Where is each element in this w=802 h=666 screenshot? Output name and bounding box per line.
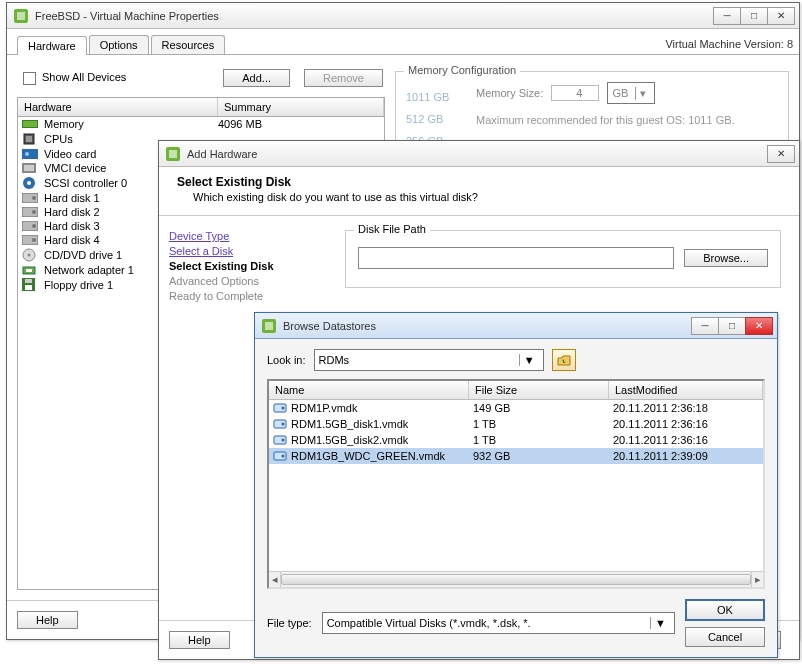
svg-rect-3 <box>23 121 37 127</box>
memory-size-input[interactable]: 4 <box>551 85 599 101</box>
memory-unit-combo[interactable]: GB▾ <box>607 82 655 104</box>
scroll-thumb[interactable] <box>281 574 751 585</box>
svg-point-11 <box>27 181 31 185</box>
svg-point-19 <box>32 238 36 242</box>
disk-icon <box>22 235 42 245</box>
wizard-step: Ready to Complete <box>169 290 317 302</box>
close-button[interactable]: ✕ <box>767 145 795 163</box>
svg-rect-26 <box>25 285 32 290</box>
memory-legend: Memory Configuration <box>404 64 520 76</box>
net-icon <box>22 264 42 276</box>
titlebar[interactable]: Add Hardware ✕ <box>159 141 799 167</box>
tab-options[interactable]: Options <box>89 35 149 54</box>
path-legend: Disk File Path <box>354 223 430 235</box>
titlebar[interactable]: Browse Datastores ─ □ ✕ <box>255 313 777 339</box>
close-button[interactable]: ✕ <box>745 317 773 335</box>
mem-scale-tick: 1011 GB <box>406 86 449 108</box>
ok-button[interactable]: OK <box>685 599 765 621</box>
cancel-button[interactable]: Cancel <box>685 627 765 647</box>
maximize-button[interactable]: □ <box>740 7 768 25</box>
lookin-label: Look in: <box>267 354 306 366</box>
show-all-label: Show All Devices <box>42 71 126 83</box>
memory-size-label: Memory Size: <box>476 87 543 99</box>
col-hardware[interactable]: Hardware <box>18 98 218 116</box>
window-title: Add Hardware <box>187 148 768 160</box>
scsi-icon <box>22 176 42 190</box>
vmdk-file-icon <box>273 434 291 446</box>
filetype-combo[interactable]: Compatible Virtual Disks (*.vmdk, *.dsk,… <box>322 612 675 634</box>
col-name[interactable]: Name <box>269 381 469 399</box>
titlebar[interactable]: FreeBSD - Virtual Machine Properties ─ □… <box>7 3 799 29</box>
tab-strip: Hardware Options Resources Virtual Machi… <box>7 29 799 55</box>
vsphere-icon <box>13 8 29 24</box>
svg-rect-28 <box>169 150 177 158</box>
svg-rect-1 <box>17 12 25 20</box>
col-modified[interactable]: LastModified <box>609 381 763 399</box>
svg-point-21 <box>28 254 31 257</box>
vid-icon <box>22 148 42 160</box>
mem-scale-tick: 512 GB <box>406 108 449 130</box>
tab-hardware[interactable]: Hardware <box>17 36 87 55</box>
svg-rect-30 <box>265 322 273 330</box>
col-size[interactable]: File Size <box>469 381 609 399</box>
disk-icon <box>22 207 42 217</box>
show-all-devices-checkbox[interactable]: Show All Devices <box>23 71 126 85</box>
file-modified: 20.11.2011 2:36:16 <box>613 434 759 446</box>
file-modified: 20.11.2011 2:36:18 <box>613 402 759 414</box>
hw-name: Memory <box>42 118 218 130</box>
svg-point-38 <box>282 455 285 458</box>
disk-file-path-group: Disk File Path Browse... <box>345 230 781 288</box>
col-summary[interactable]: Summary <box>218 98 384 116</box>
wizard-step[interactable]: Device Type <box>169 230 317 242</box>
svg-rect-9 <box>24 165 34 171</box>
svg-point-13 <box>32 196 36 200</box>
file-row[interactable]: RDM1.5GB_disk1.vmdk1 TB20.11.2011 2:36:1… <box>269 416 763 432</box>
file-row[interactable]: RDM1P.vmdk149 GB20.11.2011 2:36:18 <box>269 400 763 416</box>
lookin-value: RDMs <box>319 354 350 366</box>
horizontal-scrollbar[interactable]: ◂ ▸ <box>269 571 763 587</box>
folder-up-button[interactable] <box>552 349 576 371</box>
folder-up-icon <box>557 354 571 366</box>
scroll-right-icon[interactable]: ▸ <box>751 572 763 587</box>
file-row[interactable]: RDM1GB_WDC_GREEN.vmdk932 GB20.11.2011 2:… <box>269 448 763 464</box>
file-row[interactable]: RDM1.5GB_disk2.vmdk1 TB20.11.2011 2:36:1… <box>269 432 763 448</box>
wizard-step[interactable]: Select a Disk <box>169 245 317 257</box>
tab-resources[interactable]: Resources <box>151 35 226 54</box>
wizard-step: Advanced Options <box>169 275 317 287</box>
scroll-left-icon[interactable]: ◂ <box>269 572 281 587</box>
vmdk-file-icon <box>273 402 291 414</box>
vsphere-icon <box>261 318 277 334</box>
minimize-button[interactable]: ─ <box>691 317 719 335</box>
wizard-heading: Select Existing Disk <box>177 175 781 189</box>
svg-point-17 <box>32 224 36 228</box>
disk-icon <box>22 193 42 203</box>
close-button[interactable]: ✕ <box>767 7 795 25</box>
add-button[interactable]: Add... <box>223 69 290 87</box>
cd-icon <box>22 248 42 262</box>
mem-icon <box>22 118 42 130</box>
svg-point-36 <box>282 439 285 442</box>
window-title: Browse Datastores <box>283 320 692 332</box>
minimize-button[interactable]: ─ <box>713 7 741 25</box>
maximize-button[interactable]: □ <box>718 317 746 335</box>
svg-point-7 <box>25 152 29 156</box>
browse-button[interactable]: Browse... <box>684 249 768 267</box>
lookin-combo[interactable]: RDMs ▼ <box>314 349 544 371</box>
svg-point-34 <box>282 423 285 426</box>
svg-rect-23 <box>26 269 32 272</box>
disk-path-input[interactable] <box>358 247 674 269</box>
chevron-down-icon: ▼ <box>650 617 670 629</box>
svg-point-32 <box>282 407 285 410</box>
browse-datastores-window: Browse Datastores ─ □ ✕ Look in: RDMs ▼ … <box>254 312 778 658</box>
hardware-row[interactable]: Memory4096 MB <box>18 117 384 131</box>
cpu-icon <box>22 132 42 146</box>
file-name: RDM1GB_WDC_GREEN.vmdk <box>291 450 473 462</box>
vmci-icon <box>22 162 42 174</box>
filetype-value: Compatible Virtual Disks (*.vmdk, *.dsk,… <box>327 617 531 629</box>
help-button[interactable]: Help <box>169 631 230 649</box>
help-button[interactable]: Help <box>17 611 78 629</box>
vm-version-label: Virtual Machine Version: 8 <box>665 38 793 54</box>
vmdk-file-icon <box>273 450 291 462</box>
file-name: RDM1P.vmdk <box>291 402 473 414</box>
vsphere-icon <box>165 146 181 162</box>
